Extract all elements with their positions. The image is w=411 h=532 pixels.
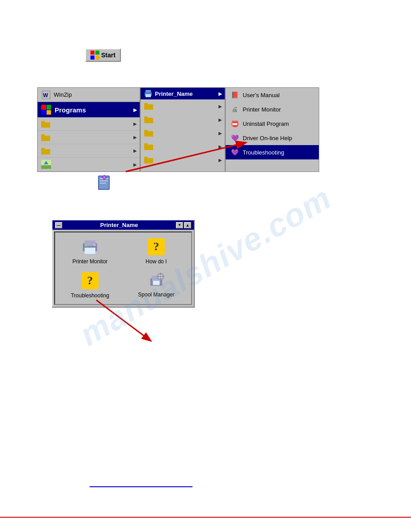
troubleshooting-icon: 💜 [230, 148, 239, 157]
troubleshooting-window-icon: ? [81, 272, 99, 290]
printer-monitor-window-label: Printer Monitor [73, 258, 108, 265]
svg-rect-8 [41, 136, 50, 141]
svg-rect-1 [95, 51, 99, 55]
svg-rect-39 [85, 248, 95, 254]
help-icon: 💜 [230, 133, 239, 142]
programs-icon [41, 105, 51, 115]
start-button[interactable]: Start [85, 48, 121, 62]
svg-rect-21 [144, 116, 148, 118]
window-item-spool-manager[interactable]: Spool Manager [127, 272, 186, 299]
programs-item[interactable]: Programs [38, 102, 140, 117]
svg-rect-11 [41, 148, 45, 150]
titlebar-right-controls: ▼ ▲ [176, 222, 191, 228]
book-decoration-icon [96, 175, 112, 191]
svg-rect-34 [100, 183, 106, 184]
question-mark-icon: ? [148, 238, 165, 255]
middle-item-3[interactable] [141, 126, 225, 140]
titlebar-minimize[interactable]: ▼ [176, 222, 183, 228]
svg-rect-26 [144, 158, 153, 163]
arrow-from-troubleshooting-window [74, 296, 163, 349]
svg-rect-41 [94, 245, 96, 245]
svg-rect-24 [144, 145, 153, 150]
svg-rect-2 [90, 56, 94, 60]
svg-rect-40 [86, 245, 87, 246]
svg-line-48 [96, 300, 150, 340]
troubleshooting-qmark-icon: ? [81, 272, 98, 289]
folder-icon-m5 [144, 156, 153, 163]
folder-icon-m1 [144, 103, 153, 110]
svg-rect-33 [100, 180, 108, 181]
start-label: Start [101, 51, 116, 59]
left-item-4[interactable] [38, 158, 140, 172]
menu-uninstall[interactable]: 📛 Uninstall Program [226, 116, 319, 131]
book-icon-area [96, 175, 112, 192]
printer-svg [81, 239, 99, 255]
uninstall-label: Uninstall Program [243, 120, 289, 127]
svg-rect-10 [41, 149, 50, 154]
svg-rect-17 [146, 94, 151, 97]
how-do-i-label: How do I [146, 258, 167, 265]
spool-svg [148, 272, 165, 289]
winzip-label: WinZip [54, 91, 72, 98]
printer-icon-menu [144, 90, 152, 97]
menu-users-manual[interactable]: 📕 User's Manual [226, 88, 319, 102]
svg-rect-7 [41, 121, 45, 123]
window-item-printer-monitor[interactable]: Printer Monitor [60, 238, 120, 265]
svg-text:W: W [43, 92, 48, 99]
bottom-link[interactable] [90, 486, 193, 487]
svg-rect-0 [90, 51, 94, 55]
start-button-area: Start [85, 48, 121, 62]
printer-name-header[interactable]: Printer_Name [141, 88, 225, 99]
folder-icon-m4 [144, 143, 153, 150]
svg-rect-23 [144, 130, 148, 132]
uninstall-icon: 📛 [230, 119, 239, 128]
monitor-icon: 🖨 [230, 105, 239, 114]
middle-item-4[interactable] [141, 140, 225, 153]
titlebar-left-controls: — [55, 222, 62, 228]
left-item-1[interactable] [38, 117, 140, 131]
titlebar-maximize[interactable]: ▲ [184, 222, 191, 228]
middle-item-1[interactable] [141, 99, 225, 113]
titlebar-system-menu[interactable]: — [55, 222, 62, 228]
printer-monitor-label: Printer Monitor [243, 106, 281, 113]
svg-rect-18 [144, 104, 153, 110]
printer-monitor-icon [81, 238, 99, 256]
landscape-icon [41, 160, 51, 169]
svg-rect-3 [95, 56, 99, 60]
winzip-icon: W [41, 90, 51, 100]
menu-printer-monitor[interactable]: 🖨 Printer Monitor [226, 102, 319, 116]
middle-item-2[interactable] [141, 113, 225, 126]
minimize-icon: ▼ [178, 223, 181, 227]
troubleshooting-label: Troubleshooting [243, 149, 284, 156]
left-item-2[interactable] [38, 131, 140, 144]
system-menu-icon: — [57, 223, 61, 227]
book-icon: 📕 [230, 90, 239, 99]
folder-icon-m3 [144, 129, 153, 137]
users-manual-label: User's Manual [243, 92, 280, 99]
start-menu: W WinZip Programs [37, 87, 319, 172]
maximize-icon: ▲ [186, 223, 190, 227]
printer-window-title: Printer_Name [100, 222, 138, 228]
window-item-how-do-i[interactable]: ? How do I [127, 238, 186, 265]
left-panel-items [38, 117, 140, 172]
winzip-item[interactable]: W WinZip [38, 88, 140, 102]
left-panel: W WinZip Programs [37, 87, 140, 172]
svg-rect-16 [146, 90, 151, 92]
windows-flag-icon [90, 51, 99, 60]
printer-window-body: Printer Monitor ? How do I ? Troubleshoo… [54, 232, 192, 305]
svg-rect-44 [153, 281, 159, 285]
menu-troubleshooting[interactable]: 💜 Troubleshooting [226, 145, 319, 159]
folder-icon-3 [41, 147, 50, 154]
folder-icon-m2 [144, 116, 153, 123]
middle-item-5[interactable] [141, 153, 225, 167]
menu-driver-help[interactable]: 💜 Driver On-line Help [226, 131, 319, 145]
how-do-i-icon: ? [147, 238, 165, 256]
spool-manager-icon [148, 272, 165, 289]
svg-rect-9 [41, 134, 45, 136]
svg-rect-20 [144, 118, 153, 123]
middle-panel-items [141, 99, 225, 167]
left-item-3[interactable] [38, 144, 140, 158]
bottom-rule [0, 517, 411, 518]
folder-icon-2 [41, 134, 50, 141]
window-item-troubleshooting[interactable]: ? Troubleshooting [60, 272, 120, 299]
